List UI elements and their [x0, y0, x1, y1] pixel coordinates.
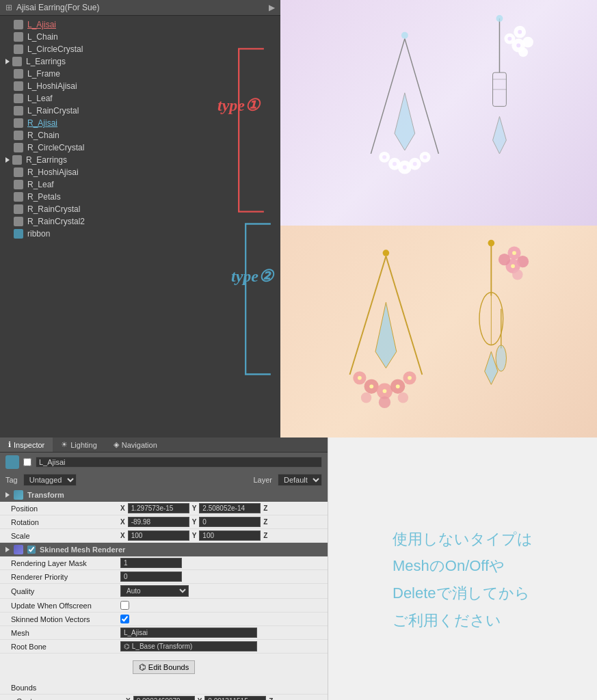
svg-point-27: [496, 14, 503, 21]
tab-inspector[interactable]: ℹ Inspector: [0, 438, 53, 452]
scale-y-input[interactable]: [199, 530, 261, 541]
skinned-motion-vectors-label: Skinned Motion Vectors: [11, 615, 120, 623]
list-item[interactable]: L_Ajisai: [0, 18, 280, 31]
position-x-axis: X: [120, 504, 125, 512]
edit-bounds-button[interactable]: ⌬ Edit Bounds: [133, 660, 195, 674]
earring-svg-top: [296, 12, 581, 215]
object-name-field[interactable]: [36, 457, 322, 468]
list-item[interactable]: L_CircleCrystal: [0, 43, 280, 55]
svg-point-24: [518, 29, 522, 33]
svg-point-57: [511, 264, 515, 268]
mesh-input[interactable]: [120, 628, 257, 638]
center-x-input[interactable]: [133, 696, 195, 700]
renderer-priority-input[interactable]: [120, 571, 182, 582]
item-label: R_Leaf: [27, 180, 54, 189]
transform-section-header[interactable]: Transform: [0, 488, 328, 502]
quality-label: Quality: [11, 587, 120, 595]
svg-marker-2: [395, 92, 415, 150]
tag-dropdown[interactable]: Untagged: [23, 474, 77, 486]
transform-icon: [14, 490, 23, 500]
scale-x-input[interactable]: [128, 530, 189, 541]
svg-point-37: [379, 396, 390, 407]
object-icon: [14, 81, 23, 91]
tab-navigation[interactable]: ◈ Navigation: [105, 438, 165, 452]
renderer-priority-row: Renderer Priority: [0, 570, 328, 584]
smr-section-header[interactable]: Skinned Mesh Renderer: [0, 543, 328, 556]
list-item[interactable]: ribbon: [0, 228, 280, 240]
list-item[interactable]: R_Chain: [0, 129, 280, 142]
center-y-input[interactable]: [204, 696, 266, 700]
root-bone-input[interactable]: [120, 641, 257, 651]
list-item[interactable]: L_HoshiAjisai: [0, 80, 280, 92]
object-icon: [14, 204, 23, 214]
svg-point-36: [361, 392, 371, 403]
object-type-icon: [5, 455, 19, 469]
bottom-section: ℹ Inspector ☀ Lighting ◈ Navigation Tag …: [0, 438, 597, 700]
list-item[interactable]: L_Chain: [0, 31, 280, 43]
expand-arrow-icon: [5, 157, 10, 163]
navigation-tab-icon: ◈: [114, 440, 119, 449]
list-item[interactable]: R_RainCrystal: [0, 203, 280, 215]
hierarchy-icon: ⊞: [5, 3, 12, 12]
svg-point-55: [512, 269, 522, 280]
item-label: R_Chain: [27, 131, 59, 140]
item-label: L_Leaf: [27, 94, 53, 103]
list-item[interactable]: R_HoshiAjisai: [0, 166, 280, 178]
object-active-checkbox[interactable]: [23, 458, 31, 466]
svg-point-41: [383, 389, 387, 393]
navigation-tab-label: Navigation: [122, 441, 157, 449]
smr-enabled-checkbox[interactable]: [27, 546, 36, 554]
list-item[interactable]: L_Earrings: [0, 55, 280, 68]
object-icon: [14, 69, 23, 79]
rotation-y-input[interactable]: [199, 517, 261, 527]
object-icon: [14, 20, 23, 29]
list-item[interactable]: R_CircleCrystal: [0, 142, 280, 154]
item-label: R_CircleCrystal: [27, 143, 84, 152]
svg-point-26: [507, 36, 512, 40]
center-y-axis: Y: [198, 697, 202, 700]
hierarchy-panel: ⊞ Ajisai Earring(For Sue) ▶ L_Ajisai L_C…: [0, 0, 280, 438]
quality-dropdown[interactable]: Auto: [120, 585, 189, 597]
layer-dropdown[interactable]: Default: [278, 474, 322, 486]
list-item[interactable]: R_Leaf: [0, 178, 280, 191]
rotation-x-input[interactable]: [128, 517, 189, 527]
earring-image-bottom: [280, 226, 597, 438]
inspector-tab-label: Inspector: [14, 441, 44, 449]
scale-label: Scale: [11, 532, 120, 540]
smr-label: Skinned Mesh Renderer: [40, 546, 125, 554]
edit-bounds-icon: ⌬: [139, 662, 146, 672]
item-label: L_RainCrystal: [27, 106, 79, 116]
update-offscreen-checkbox[interactable]: [120, 601, 129, 610]
smr-properties: Rendering Layer Mask Renderer Priority Q…: [0, 556, 328, 700]
rotation-values: X Y Z: [120, 517, 322, 527]
object-icon: [14, 217, 23, 226]
item-label: R_HoshiAjisai: [27, 167, 79, 177]
svg-point-11: [413, 161, 417, 165]
list-item[interactable]: L_Frame: [0, 68, 280, 80]
list-item[interactable]: R_Ajisai: [0, 117, 280, 129]
tab-lighting[interactable]: ☀ Lighting: [53, 438, 105, 452]
object-icon: [14, 94, 23, 103]
rendering-layer-mask-input[interactable]: [120, 558, 182, 568]
svg-point-38: [398, 392, 408, 403]
images-panel: [280, 0, 597, 438]
object-icon: [14, 118, 23, 128]
bounds-center-row: Center X Y Z: [0, 695, 328, 700]
svg-marker-18: [493, 116, 507, 153]
skinned-motion-vectors-checkbox[interactable]: [120, 615, 129, 623]
svg-point-8: [382, 154, 386, 159]
svg-point-43: [408, 375, 412, 379]
list-item[interactable]: R_Earrings: [0, 154, 280, 166]
scale-values: X Y Z: [120, 530, 322, 541]
list-item[interactable]: R_RainCrystal2: [0, 215, 280, 228]
position-x-input[interactable]: [128, 503, 189, 513]
item-label: R_Earrings: [26, 155, 67, 165]
bounds-label-row: Bounds: [0, 681, 328, 695]
object-icon: [14, 229, 23, 239]
object-icon: [14, 32, 23, 42]
svg-point-58: [488, 239, 495, 246]
list-item[interactable]: R_Petals: [0, 191, 280, 203]
position-y-input[interactable]: [199, 503, 261, 513]
edit-bounds-container: ⌬ Edit Bounds: [0, 654, 328, 681]
object-header: [0, 453, 328, 472]
